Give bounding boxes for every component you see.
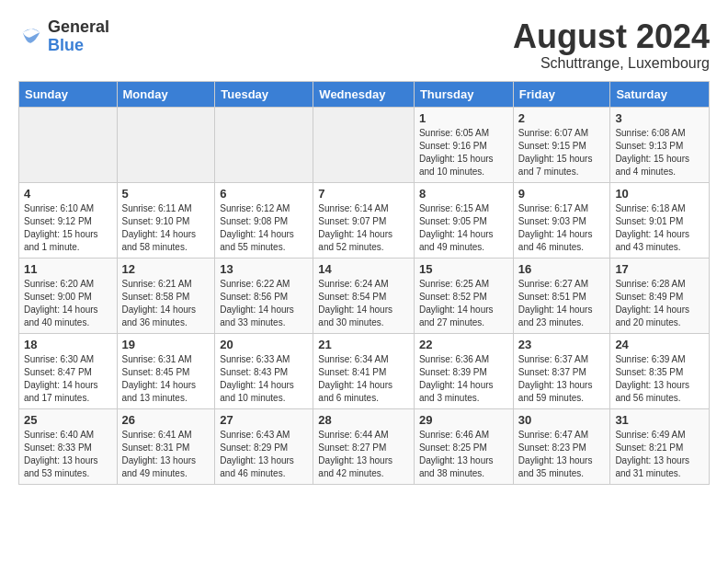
day-info: Sunrise: 6:08 AM Sunset: 9:13 PM Dayligh… xyxy=(615,127,704,178)
week-row-1: 4Sunrise: 6:10 AM Sunset: 9:12 PM Daylig… xyxy=(19,182,710,258)
day-cell: 31Sunrise: 6:49 AM Sunset: 8:21 PM Dayli… xyxy=(610,408,710,484)
day-info: Sunrise: 6:49 AM Sunset: 8:21 PM Dayligh… xyxy=(615,429,704,480)
day-info: Sunrise: 6:14 AM Sunset: 9:07 PM Dayligh… xyxy=(318,202,409,254)
day-cell: 21Sunrise: 6:34 AM Sunset: 8:41 PM Dayli… xyxy=(313,333,415,408)
day-number: 14 xyxy=(318,262,409,276)
week-row-3: 18Sunrise: 6:30 AM Sunset: 8:47 PM Dayli… xyxy=(19,333,710,408)
day-info: Sunrise: 6:18 AM Sunset: 9:01 PM Dayligh… xyxy=(615,202,704,254)
day-number: 27 xyxy=(220,413,308,427)
day-number: 10 xyxy=(615,187,704,201)
header-saturday: Saturday xyxy=(610,81,710,107)
day-info: Sunrise: 6:20 AM Sunset: 9:00 PM Dayligh… xyxy=(24,278,112,329)
day-info: Sunrise: 6:05 AM Sunset: 9:16 PM Dayligh… xyxy=(419,127,508,178)
header-wednesday: Wednesday xyxy=(313,81,415,107)
day-number: 24 xyxy=(615,338,704,351)
day-info: Sunrise: 6:12 AM Sunset: 9:08 PM Dayligh… xyxy=(220,202,308,254)
day-cell: 1Sunrise: 6:05 AM Sunset: 9:16 PM Daylig… xyxy=(414,107,513,182)
day-info: Sunrise: 6:10 AM Sunset: 9:12 PM Dayligh… xyxy=(24,202,112,254)
day-info: Sunrise: 6:22 AM Sunset: 8:56 PM Dayligh… xyxy=(220,278,308,329)
day-info: Sunrise: 6:44 AM Sunset: 8:27 PM Dayligh… xyxy=(318,429,409,480)
day-info: Sunrise: 6:37 AM Sunset: 8:37 PM Dayligh… xyxy=(518,353,606,405)
day-cell: 25Sunrise: 6:40 AM Sunset: 8:33 PM Dayli… xyxy=(19,408,118,484)
day-number: 6 xyxy=(220,187,308,201)
day-cell: 18Sunrise: 6:30 AM Sunset: 8:47 PM Dayli… xyxy=(19,333,118,408)
day-info: Sunrise: 6:33 AM Sunset: 8:43 PM Dayligh… xyxy=(220,353,308,405)
day-cell: 22Sunrise: 6:36 AM Sunset: 8:39 PM Dayli… xyxy=(414,333,513,408)
day-info: Sunrise: 6:15 AM Sunset: 9:05 PM Dayligh… xyxy=(419,202,508,254)
logo-icon xyxy=(18,24,44,50)
day-number: 8 xyxy=(419,187,508,201)
day-cell: 12Sunrise: 6:21 AM Sunset: 8:58 PM Dayli… xyxy=(117,258,215,333)
week-row-0: 1Sunrise: 6:05 AM Sunset: 9:16 PM Daylig… xyxy=(19,107,710,182)
day-cell: 27Sunrise: 6:43 AM Sunset: 8:29 PM Dayli… xyxy=(215,408,313,484)
day-cell: 5Sunrise: 6:11 AM Sunset: 9:10 PM Daylig… xyxy=(117,182,215,258)
day-number: 3 xyxy=(615,111,704,125)
day-info: Sunrise: 6:24 AM Sunset: 8:54 PM Dayligh… xyxy=(318,278,409,329)
day-number: 7 xyxy=(318,187,409,201)
day-cell: 8Sunrise: 6:15 AM Sunset: 9:05 PM Daylig… xyxy=(414,182,513,258)
day-info: Sunrise: 6:34 AM Sunset: 8:41 PM Dayligh… xyxy=(318,353,409,405)
day-number: 28 xyxy=(318,413,409,427)
week-row-4: 25Sunrise: 6:40 AM Sunset: 8:33 PM Dayli… xyxy=(19,408,710,484)
day-cell xyxy=(313,107,415,182)
day-number: 22 xyxy=(419,338,508,351)
calendar-body: 1Sunrise: 6:05 AM Sunset: 9:16 PM Daylig… xyxy=(19,107,710,484)
day-info: Sunrise: 6:11 AM Sunset: 9:10 PM Dayligh… xyxy=(122,202,210,254)
day-info: Sunrise: 6:27 AM Sunset: 8:51 PM Dayligh… xyxy=(518,278,606,329)
day-cell: 24Sunrise: 6:39 AM Sunset: 8:35 PM Dayli… xyxy=(610,333,710,408)
title-section: August 2024 Schuttrange, Luxembourg xyxy=(513,18,710,72)
day-info: Sunrise: 6:21 AM Sunset: 8:58 PM Dayligh… xyxy=(122,278,210,329)
day-cell: 23Sunrise: 6:37 AM Sunset: 8:37 PM Dayli… xyxy=(513,333,610,408)
day-cell: 30Sunrise: 6:47 AM Sunset: 8:23 PM Dayli… xyxy=(513,408,610,484)
day-info: Sunrise: 6:46 AM Sunset: 8:25 PM Dayligh… xyxy=(419,429,508,480)
day-number: 4 xyxy=(24,187,112,201)
day-cell: 19Sunrise: 6:31 AM Sunset: 8:45 PM Dayli… xyxy=(117,333,215,408)
day-cell: 20Sunrise: 6:33 AM Sunset: 8:43 PM Dayli… xyxy=(215,333,313,408)
day-number: 30 xyxy=(518,413,606,427)
header-tuesday: Tuesday xyxy=(215,81,313,107)
day-number: 23 xyxy=(518,338,606,351)
day-number: 29 xyxy=(419,413,508,427)
header-thursday: Thursday xyxy=(414,81,513,107)
day-cell: 28Sunrise: 6:44 AM Sunset: 8:27 PM Dayli… xyxy=(313,408,415,484)
day-number: 1 xyxy=(419,111,508,125)
day-cell: 10Sunrise: 6:18 AM Sunset: 9:01 PM Dayli… xyxy=(610,182,710,258)
day-info: Sunrise: 6:40 AM Sunset: 8:33 PM Dayligh… xyxy=(24,429,112,480)
month-title: August 2024 xyxy=(513,18,710,55)
day-cell: 17Sunrise: 6:28 AM Sunset: 8:49 PM Dayli… xyxy=(610,258,710,333)
day-number: 19 xyxy=(122,338,210,351)
calendar-header: Sunday Monday Tuesday Wednesday Thursday… xyxy=(19,81,710,107)
day-info: Sunrise: 6:41 AM Sunset: 8:31 PM Dayligh… xyxy=(122,429,210,480)
day-cell: 16Sunrise: 6:27 AM Sunset: 8:51 PM Dayli… xyxy=(513,258,610,333)
day-cell: 3Sunrise: 6:08 AM Sunset: 9:13 PM Daylig… xyxy=(610,107,710,182)
day-info: Sunrise: 6:30 AM Sunset: 8:47 PM Dayligh… xyxy=(24,353,112,405)
header-sunday: Sunday xyxy=(19,81,118,107)
day-number: 5 xyxy=(122,187,210,201)
day-cell: 29Sunrise: 6:46 AM Sunset: 8:25 PM Dayli… xyxy=(414,408,513,484)
logo-blue: Blue xyxy=(48,37,109,55)
day-number: 21 xyxy=(318,338,409,351)
day-info: Sunrise: 6:47 AM Sunset: 8:23 PM Dayligh… xyxy=(518,429,606,480)
day-cell xyxy=(19,107,118,182)
logo-text: General Blue xyxy=(48,18,109,55)
day-cell: 11Sunrise: 6:20 AM Sunset: 9:00 PM Dayli… xyxy=(19,258,118,333)
day-number: 2 xyxy=(518,111,606,125)
day-cell: 6Sunrise: 6:12 AM Sunset: 9:08 PM Daylig… xyxy=(215,182,313,258)
day-cell: 4Sunrise: 6:10 AM Sunset: 9:12 PM Daylig… xyxy=(19,182,118,258)
day-number: 31 xyxy=(615,413,704,427)
day-number: 11 xyxy=(24,262,112,276)
day-number: 20 xyxy=(220,338,308,351)
day-number: 12 xyxy=(122,262,210,276)
day-cell: 14Sunrise: 6:24 AM Sunset: 8:54 PM Dayli… xyxy=(313,258,415,333)
week-row-2: 11Sunrise: 6:20 AM Sunset: 9:00 PM Dayli… xyxy=(19,258,710,333)
day-info: Sunrise: 6:17 AM Sunset: 9:03 PM Dayligh… xyxy=(518,202,606,254)
day-cell: 13Sunrise: 6:22 AM Sunset: 8:56 PM Dayli… xyxy=(215,258,313,333)
header-friday: Friday xyxy=(513,81,610,107)
day-number: 9 xyxy=(518,187,606,201)
day-info: Sunrise: 6:31 AM Sunset: 8:45 PM Dayligh… xyxy=(122,353,210,405)
day-info: Sunrise: 6:07 AM Sunset: 9:15 PM Dayligh… xyxy=(518,127,606,178)
day-cell: 9Sunrise: 6:17 AM Sunset: 9:03 PM Daylig… xyxy=(513,182,610,258)
day-number: 18 xyxy=(24,338,112,351)
day-info: Sunrise: 6:36 AM Sunset: 8:39 PM Dayligh… xyxy=(419,353,508,405)
header-monday: Monday xyxy=(117,81,215,107)
